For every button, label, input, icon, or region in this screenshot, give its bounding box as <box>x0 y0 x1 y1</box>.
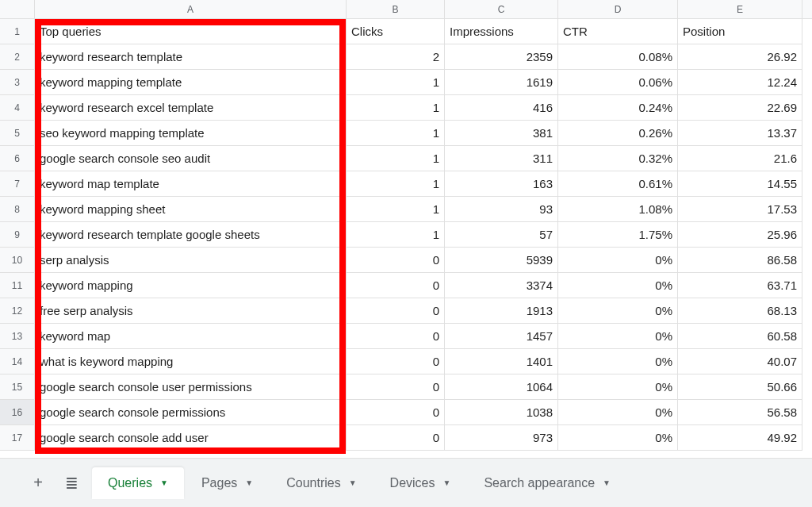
cell[interactable]: 1 <box>347 70 445 95</box>
cell[interactable]: 22.69 <box>678 95 802 121</box>
sheet-tab-pages[interactable]: Pages▼ <box>186 467 269 499</box>
cell[interactable]: 163 <box>445 171 558 197</box>
cell[interactable]: 0.61% <box>558 171 678 197</box>
cell[interactable]: 1619 <box>445 70 558 95</box>
row-header[interactable]: 17 <box>0 425 35 451</box>
cell[interactable]: google search console permissions <box>35 400 347 425</box>
chevron-down-icon[interactable]: ▼ <box>245 478 253 487</box>
cell[interactable]: 0 <box>347 425 445 451</box>
cell[interactable]: serp analysis <box>35 248 347 273</box>
cell[interactable]: 13.37 <box>678 121 802 146</box>
cell[interactable]: keyword research excel template <box>35 95 347 121</box>
sheet-tab-queries[interactable]: Queries▼ <box>92 467 184 499</box>
column-header-C[interactable]: C <box>445 0 558 18</box>
cell[interactable]: 1.08% <box>558 197 678 222</box>
cell[interactable]: Top queries <box>35 19 347 44</box>
row-header[interactable]: 14 <box>0 349 35 374</box>
cell[interactable]: 1 <box>347 95 445 121</box>
cell[interactable]: 0% <box>558 425 678 451</box>
cell[interactable]: 1038 <box>445 400 558 425</box>
cell[interactable]: 381 <box>445 121 558 146</box>
cell[interactable]: 63.71 <box>678 273 802 298</box>
row-header[interactable]: 10 <box>0 248 35 273</box>
cell[interactable]: google search console add user <box>35 425 347 451</box>
cell[interactable]: 50.66 <box>678 374 802 400</box>
chevron-down-icon[interactable]: ▼ <box>603 478 611 487</box>
row-header[interactable]: 5 <box>0 121 35 146</box>
cell[interactable]: google search console user permissions <box>35 374 347 400</box>
cell[interactable]: 416 <box>445 95 558 121</box>
cell[interactable]: 2359 <box>445 44 558 70</box>
cell[interactable]: 40.07 <box>678 349 802 374</box>
cell[interactable]: 5939 <box>445 248 558 273</box>
cell[interactable]: CTR <box>558 19 678 44</box>
cell[interactable]: google search console seo audit <box>35 146 347 171</box>
column-header-A[interactable]: A <box>35 0 347 18</box>
chevron-down-icon[interactable]: ▼ <box>160 478 168 487</box>
cell[interactable]: 0 <box>347 298 445 324</box>
all-sheets-button[interactable]: ≣ <box>59 471 84 496</box>
cell[interactable]: 57 <box>445 222 558 248</box>
cell[interactable]: 60.58 <box>678 324 802 349</box>
cell[interactable]: 1 <box>347 146 445 171</box>
cell[interactable]: 26.92 <box>678 44 802 70</box>
row-header[interactable]: 13 <box>0 324 35 349</box>
row-header[interactable]: 8 <box>0 197 35 222</box>
cell[interactable]: 0% <box>558 324 678 349</box>
sheet-tab-countries[interactable]: Countries▼ <box>270 467 372 499</box>
cell[interactable]: 0.24% <box>558 95 678 121</box>
cell[interactable]: 0 <box>347 400 445 425</box>
column-header-D[interactable]: D <box>558 0 678 18</box>
row-header[interactable]: 12 <box>0 298 35 324</box>
row-header[interactable]: 6 <box>0 146 35 171</box>
cell[interactable]: 25.96 <box>678 222 802 248</box>
cell[interactable]: 0.32% <box>558 146 678 171</box>
cell[interactable]: 14.55 <box>678 171 802 197</box>
cell[interactable]: 86.58 <box>678 248 802 273</box>
row-header[interactable]: 15 <box>0 374 35 400</box>
cell[interactable]: 1 <box>347 222 445 248</box>
cell[interactable]: 68.13 <box>678 298 802 324</box>
cell[interactable]: Clicks <box>347 19 445 44</box>
cell[interactable]: 1.75% <box>558 222 678 248</box>
cell[interactable]: 56.58 <box>678 400 802 425</box>
cell[interactable]: 1457 <box>445 324 558 349</box>
cell[interactable]: 2 <box>347 44 445 70</box>
cell[interactable]: Position <box>678 19 802 44</box>
cell[interactable]: 21.6 <box>678 146 802 171</box>
cell[interactable]: 1401 <box>445 349 558 374</box>
cell[interactable]: keyword mapping <box>35 273 347 298</box>
chevron-down-icon[interactable]: ▼ <box>349 478 357 487</box>
sheet-tab-search-appearance[interactable]: Search appearance▼ <box>468 467 626 499</box>
row-header[interactable]: 1 <box>0 19 35 44</box>
cell[interactable]: seo keyword mapping template <box>35 121 347 146</box>
row-header[interactable]: 9 <box>0 222 35 248</box>
cell[interactable]: 311 <box>445 146 558 171</box>
row-header[interactable]: 7 <box>0 171 35 197</box>
cell[interactable]: 0 <box>347 349 445 374</box>
cell[interactable]: what is keyword mapping <box>35 349 347 374</box>
sheet-tab-devices[interactable]: Devices▼ <box>374 467 467 499</box>
cell[interactable]: 1064 <box>445 374 558 400</box>
cell[interactable]: 93 <box>445 197 558 222</box>
cell[interactable]: 3374 <box>445 273 558 298</box>
row-header[interactable]: 4 <box>0 95 35 121</box>
cell[interactable]: 1 <box>347 197 445 222</box>
cell[interactable]: 973 <box>445 425 558 451</box>
cell[interactable]: 1 <box>347 121 445 146</box>
cell[interactable]: 0% <box>558 374 678 400</box>
cell[interactable]: 1 <box>347 171 445 197</box>
add-sheet-button[interactable]: + <box>25 471 51 496</box>
cell[interactable]: keyword map template <box>35 171 347 197</box>
cell[interactable]: keyword mapping sheet <box>35 197 347 222</box>
cell[interactable]: 0% <box>558 273 678 298</box>
cell[interactable]: 0 <box>347 273 445 298</box>
cell[interactable]: keyword research template <box>35 44 347 70</box>
row-header[interactable]: 2 <box>0 44 35 70</box>
cell[interactable]: 0% <box>558 349 678 374</box>
cell[interactable]: keyword research template google sheets <box>35 222 347 248</box>
cell[interactable]: 0% <box>558 400 678 425</box>
cell[interactable]: 0.06% <box>558 70 678 95</box>
cell[interactable]: 0% <box>558 298 678 324</box>
row-header[interactable]: 11 <box>0 273 35 298</box>
